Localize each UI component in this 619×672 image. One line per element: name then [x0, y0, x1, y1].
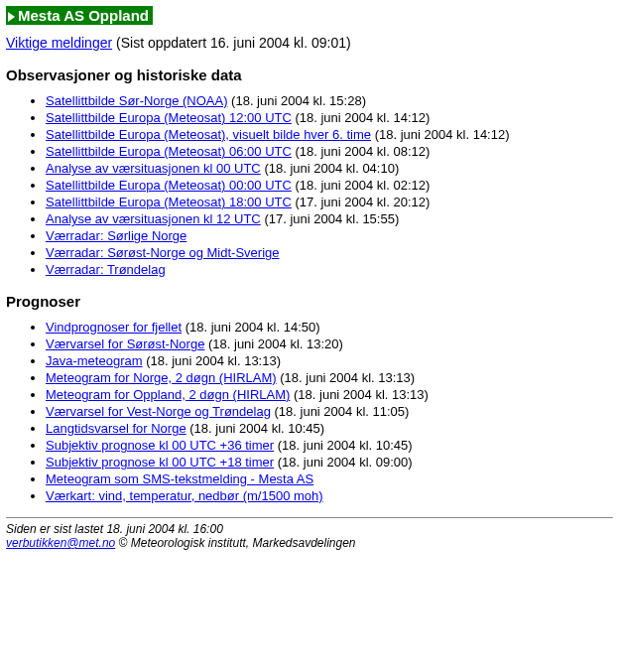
- list-item-meta: (18. juni 2004 kl. 13:13): [290, 387, 428, 402]
- list-item-meta: (18. juni 2004 kl. 14:12): [371, 127, 509, 142]
- list-item-meta: (17. juni 2004 kl. 20:12): [292, 195, 430, 209]
- list-item: Meteogram for Norge, 2 døgn (HIRLAM) (18…: [46, 370, 613, 385]
- list-item-meta: (18. juni 2004 kl. 10:45): [186, 421, 324, 436]
- list-item-link[interactable]: Meteogram for Oppland, 2 døgn (HIRLAM): [46, 387, 290, 402]
- list-item: Java-meteogram (18. juni 2004 kl. 13:13): [46, 353, 613, 368]
- list-item: Analyse av værsituasjonen kl 12 UTC (17.…: [46, 211, 613, 226]
- list-item-link[interactable]: Satellittbilde Europa (Meteosat) 00:00 U…: [46, 178, 292, 193]
- list-item-link[interactable]: Subjektiv prognose kl 00 UTC +18 timer: [46, 455, 274, 470]
- list-item-meta: (18. juni 2004 kl. 13:13): [143, 353, 281, 368]
- intro-line: Viktige meldinger (Sist oppdatert 16. ju…: [6, 35, 613, 51]
- list-item: Satellittbilde Europa (Meteosat) 00:00 U…: [46, 178, 613, 193]
- list-item: Satellittbilde Sør-Norge (NOAA) (18. jun…: [46, 93, 613, 108]
- list-item: Værradar: Sørøst-Norge og Midt-Sverige: [46, 245, 613, 260]
- list-item: Subjektiv prognose kl 00 UTC +36 timer (…: [46, 438, 613, 453]
- triangle-icon: [8, 12, 15, 22]
- list-item-link[interactable]: Værradar: Sørøst-Norge og Midt-Sverige: [46, 245, 280, 260]
- list-item-meta: (18. juni 2004 kl. 13:20): [204, 336, 342, 351]
- page-title-bar: Mesta AS Oppland: [6, 6, 153, 25]
- section-heading: Prognoser: [6, 293, 613, 310]
- list-item-meta: (18. juni 2004 kl. 14:50): [182, 320, 319, 335]
- list-item-meta: (18. juni 2004 kl. 02:12): [292, 178, 430, 193]
- footer-email-link[interactable]: verbutikken@met.no: [6, 536, 115, 550]
- list-item-link[interactable]: Meteogram for Norge, 2 døgn (HIRLAM): [46, 370, 277, 385]
- list-item-meta: (18. juni 2004 kl. 13:13): [277, 370, 415, 385]
- list-item-link[interactable]: Subjektiv prognose kl 00 UTC +36 timer: [46, 438, 274, 453]
- list-item: Værradar: Sørlige Norge: [46, 228, 613, 243]
- footer-loaded: Siden er sist lastet 18. juni 2004 kl. 1…: [6, 522, 613, 536]
- list-item-link[interactable]: Satellittbilde Europa (Meteosat) 18:00 U…: [46, 195, 292, 209]
- list-item-link[interactable]: Satellittbilde Europa (Meteosat), visuel…: [46, 127, 371, 142]
- list-item-meta: (18. juni 2004 kl. 14:12): [292, 110, 430, 125]
- list-item: Subjektiv prognose kl 00 UTC +18 timer (…: [46, 455, 613, 470]
- list-item-link[interactable]: Meteogram som SMS-tekstmelding - Mesta A…: [46, 471, 313, 486]
- list-item: Satellittbilde Europa (Meteosat) 18:00 U…: [46, 195, 613, 209]
- list-item-link[interactable]: Værvarsel for Sørøst-Norge: [46, 336, 204, 351]
- list-item-link[interactable]: Værkart: vind, temperatur, nedbør (m/150…: [46, 488, 323, 503]
- footer-copyright: © Meteorologisk institutt, Markedsavdeli…: [115, 536, 355, 550]
- list-item-link[interactable]: Satellittbilde Europa (Meteosat) 12:00 U…: [46, 110, 292, 125]
- list-item: Satellittbilde Europa (Meteosat), visuel…: [46, 127, 613, 142]
- list-item: Meteogram som SMS-tekstmelding - Mesta A…: [46, 471, 613, 486]
- list-item-link[interactable]: Værvarsel for Vest-Norge og Trøndelag: [46, 404, 271, 419]
- list-item-link[interactable]: Værradar: Sørlige Norge: [46, 228, 186, 243]
- important-messages-link[interactable]: Viktige meldinger: [6, 35, 112, 51]
- list-item: Værkart: vind, temperatur, nedbør (m/150…: [46, 488, 613, 503]
- list-item-link[interactable]: Analyse av værsituasjonen kl 00 UTC: [46, 161, 261, 176]
- list-item-meta: (18. juni 2004 kl. 08:12): [292, 144, 430, 159]
- list-item: Vindprognoser for fjellet (18. juni 2004…: [46, 320, 613, 335]
- list-item-meta: (18. juni 2004 kl. 10:45): [274, 438, 412, 453]
- list-item-link[interactable]: Værradar: Trøndelag: [46, 262, 166, 277]
- list-item: Værradar: Trøndelag: [46, 262, 613, 277]
- list-item-link[interactable]: Java-meteogram: [46, 353, 143, 368]
- list-item-meta: (18. juni 2004 kl. 04:10): [261, 161, 399, 176]
- list-item-meta: (17. juni 2004 kl. 15:55): [261, 211, 399, 226]
- list-item: Meteogram for Oppland, 2 døgn (HIRLAM) (…: [46, 387, 613, 402]
- list-item-link[interactable]: Langtidsvarsel for Norge: [46, 421, 186, 436]
- list-item: Satellittbilde Europa (Meteosat) 06:00 U…: [46, 144, 613, 159]
- list-item-meta: (18. juni 2004 kl. 11:05): [271, 404, 409, 419]
- list-item-link[interactable]: Satellittbilde Europa (Meteosat) 06:00 U…: [46, 144, 292, 159]
- list-item-link[interactable]: Vindprognoser for fjellet: [46, 320, 182, 335]
- list-item: Værvarsel for Sørøst-Norge (18. juni 200…: [46, 336, 613, 351]
- list-item-link[interactable]: Analyse av værsituasjonen kl 12 UTC: [46, 211, 261, 226]
- list-item-link[interactable]: Satellittbilde Sør-Norge (NOAA): [46, 93, 228, 108]
- list-item: Satellittbilde Europa (Meteosat) 12:00 U…: [46, 110, 613, 125]
- footer: Siden er sist lastet 18. juni 2004 kl. 1…: [6, 522, 613, 550]
- list-item-meta: (18. juni 2004 kl. 15:28): [228, 93, 366, 108]
- page-title: Mesta AS Oppland: [18, 7, 149, 24]
- link-list: Vindprognoser for fjellet (18. juni 2004…: [6, 320, 613, 503]
- list-item: Langtidsvarsel for Norge (18. juni 2004 …: [46, 421, 613, 436]
- section-heading: Observasjoner og historiske data: [6, 67, 613, 83]
- list-item: Analyse av værsituasjonen kl 00 UTC (18.…: [46, 161, 613, 176]
- list-item-meta: (18. juni 2004 kl. 09:00): [274, 455, 412, 470]
- intro-updated: (Sist oppdatert 16. juni 2004 kl. 09:01): [112, 35, 350, 51]
- divider: [6, 517, 613, 518]
- list-item: Værvarsel for Vest-Norge og Trøndelag (1…: [46, 404, 613, 419]
- link-list: Satellittbilde Sør-Norge (NOAA) (18. jun…: [6, 93, 613, 277]
